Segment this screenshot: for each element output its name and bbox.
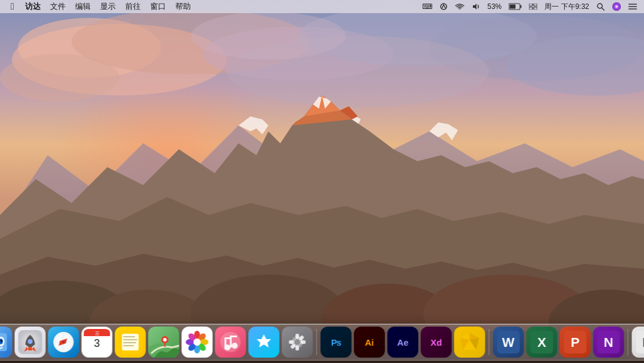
svg-rect-109 bbox=[296, 346, 299, 350]
menu-file[interactable]: 文件 bbox=[45, 0, 70, 13]
ae-label: Ae bbox=[397, 337, 408, 347]
siri-icon[interactable] bbox=[609, 0, 624, 13]
svg-text:N: N bbox=[604, 335, 614, 350]
app-name[interactable]: 访达 bbox=[20, 0, 45, 13]
airdrop-icon[interactable] bbox=[437, 0, 450, 13]
dock-word[interactable]: W bbox=[493, 327, 524, 358]
svg-rect-103 bbox=[230, 336, 237, 337]
mission-control-icon[interactable] bbox=[527, 0, 540, 13]
menu-go[interactable]: 前往 bbox=[120, 0, 145, 13]
svg-text:3: 3 bbox=[94, 337, 100, 349]
dock-aftereffects[interactable]: Ae bbox=[388, 327, 419, 358]
dock-kindle[interactable]: K bbox=[632, 327, 645, 358]
menubar-left:  访达 文件 编辑 显示 前往 窗口 帮助 bbox=[0, 0, 196, 13]
dock-photos[interactable] bbox=[182, 327, 213, 358]
svg-text:W: W bbox=[502, 335, 515, 350]
svg-rect-36 bbox=[529, 4, 532, 6]
dock-separator-2 bbox=[489, 329, 490, 355]
desktop-wallpaper-svg bbox=[0, 0, 644, 363]
dock-separator-3 bbox=[628, 329, 628, 355]
svg-rect-34 bbox=[521, 5, 522, 8]
svg-rect-85 bbox=[123, 345, 134, 346]
dock-container: 0 bbox=[0, 324, 644, 361]
svg-text:三: 三 bbox=[95, 331, 99, 336]
menu-view[interactable]: 显示 bbox=[95, 0, 120, 13]
svg-rect-82 bbox=[123, 336, 135, 337]
svg-point-11 bbox=[191, 12, 346, 60]
apple-menu[interactable]:  bbox=[5, 0, 20, 13]
svg-text:X: X bbox=[537, 335, 546, 350]
battery-icon[interactable] bbox=[506, 0, 524, 13]
ps-label: Ps bbox=[331, 337, 340, 347]
ai-label: Ai bbox=[365, 337, 374, 347]
menu-window[interactable]: 窗口 bbox=[145, 0, 171, 13]
svg-rect-39 bbox=[534, 7, 537, 10]
dock: 0 bbox=[0, 324, 644, 361]
dock-notes[interactable] bbox=[115, 327, 146, 358]
dock-launchpad[interactable] bbox=[15, 327, 46, 358]
menu-edit[interactable]: 编辑 bbox=[70, 0, 95, 13]
battery-percentage: 53% bbox=[485, 0, 504, 13]
svg-rect-108 bbox=[296, 334, 299, 339]
volume-icon[interactable] bbox=[469, 0, 482, 13]
dock-sketch[interactable] bbox=[454, 327, 485, 358]
svg-rect-83 bbox=[123, 339, 138, 340]
svg-marker-32 bbox=[473, 4, 476, 10]
svg-point-98 bbox=[194, 339, 201, 346]
wifi-icon[interactable] bbox=[453, 0, 467, 13]
spotlight-icon[interactable] bbox=[594, 0, 607, 13]
svg-rect-38 bbox=[529, 7, 532, 10]
dock-excel[interactable]: X bbox=[527, 327, 558, 358]
menu-help[interactable]: 帮助 bbox=[171, 0, 196, 13]
dock-maps[interactable] bbox=[148, 327, 179, 358]
svg-rect-35 bbox=[510, 5, 516, 9]
dock-finder[interactable] bbox=[0, 327, 13, 358]
svg-rect-105 bbox=[225, 339, 227, 349]
dock-photoshop[interactable]: Ps bbox=[321, 327, 352, 358]
menubar:  访达 文件 编辑 显示 前往 窗口 帮助 ⌨ bbox=[0, 0, 644, 13]
dock-onenote[interactable]: N bbox=[593, 327, 624, 358]
dock-itunes[interactable] bbox=[215, 327, 246, 358]
svg-point-45 bbox=[615, 5, 618, 8]
svg-rect-84 bbox=[123, 342, 137, 343]
dock-safari[interactable] bbox=[48, 327, 79, 358]
svg-rect-110 bbox=[289, 340, 294, 344]
dock-illustrator[interactable]: Ai bbox=[354, 327, 385, 358]
svg-point-114 bbox=[295, 339, 301, 345]
svg-line-41 bbox=[602, 8, 604, 10]
dock-separator bbox=[317, 329, 317, 355]
control-center-icon[interactable] bbox=[626, 0, 639, 13]
menubar-right: ⌨ 53% bbox=[420, 0, 644, 13]
svg-point-66 bbox=[28, 339, 33, 344]
datetime[interactable]: 周一 下午9:32 bbox=[542, 0, 592, 13]
svg-rect-67 bbox=[29, 347, 32, 350]
dock-xd[interactable]: Xd bbox=[421, 327, 452, 358]
svg-rect-104 bbox=[225, 337, 232, 339]
svg-point-10 bbox=[0, 54, 119, 101]
svg-point-101 bbox=[232, 343, 238, 349]
svg-point-88 bbox=[163, 338, 167, 342]
svg-rect-37 bbox=[534, 4, 537, 6]
xd-label: Xd bbox=[431, 337, 442, 347]
svg-point-64 bbox=[1, 340, 2, 342]
dock-powerpoint[interactable]: P bbox=[560, 327, 591, 358]
svg-text:P: P bbox=[571, 335, 580, 350]
input-method-icon[interactable]: ⌨ bbox=[420, 0, 435, 13]
svg-rect-111 bbox=[301, 340, 306, 344]
dock-calendar[interactable]: 三 3 bbox=[82, 327, 113, 358]
dock-appstore[interactable] bbox=[249, 327, 280, 358]
dock-sysprefs[interactable] bbox=[282, 327, 313, 358]
svg-point-74 bbox=[63, 342, 64, 343]
